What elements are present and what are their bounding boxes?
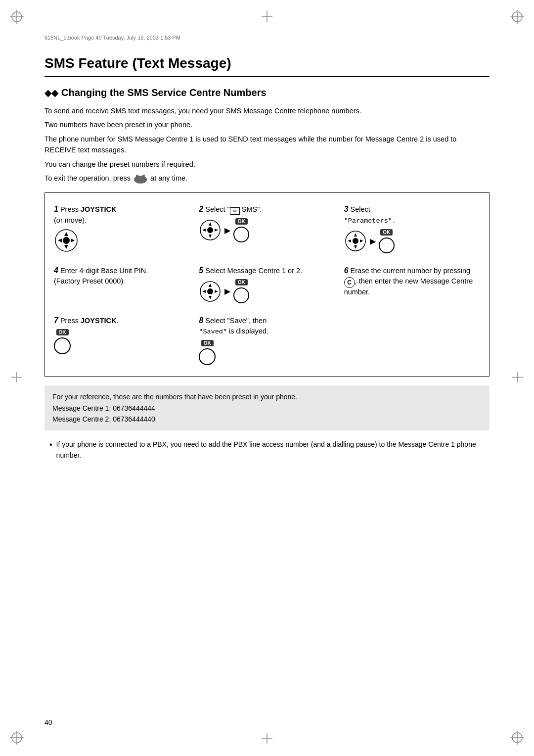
svg-point-28: [63, 237, 70, 244]
svg-marker-30: [209, 222, 212, 226]
sms-icon: ✉: [230, 207, 240, 215]
header-filename: 515NL_e.book Page 40 Tuesday, July 15, 2…: [44, 35, 490, 41]
step-5-header: 5 Select Message Centre 1 or 2.: [199, 265, 335, 276]
reg-mark-mt: [262, 11, 272, 22]
reg-mark-bl: [9, 730, 25, 746]
joystick-small-icon-2: [199, 219, 222, 241]
step-1: 1 Press JOYSTICK(or move).: [52, 202, 192, 255]
steps-box: 1 Press JOYSTICK(or move).: [44, 192, 490, 377]
page-number: 40: [44, 718, 52, 726]
bullet-item: • If your phone is connected to a PBX, y…: [44, 439, 490, 461]
step-4-header: 4 Enter 4-digit Base Unit PIN.(Factory P…: [54, 265, 190, 286]
svg-marker-44: [202, 290, 206, 293]
step-2: 2 Select "✉ SMS". ▶ OK: [197, 202, 337, 255]
step-2-icon: ▶ OK: [199, 218, 335, 242]
svg-marker-43: [209, 296, 212, 299]
step-2-header: 2 Select "✉ SMS".: [199, 204, 335, 215]
svg-marker-31: [209, 235, 212, 238]
step-7-icon: OK: [54, 329, 190, 354]
reference-intro: For your reference, these are the number…: [52, 391, 482, 402]
diamonds-icon: ◆◆: [44, 88, 58, 98]
svg-marker-33: [215, 229, 218, 232]
section-heading: ◆◆ Changing the SMS Service Centre Numbe…: [44, 87, 490, 98]
svg-marker-24: [64, 232, 68, 236]
svg-point-46: [207, 288, 213, 294]
step-1-icon: [54, 228, 190, 253]
ok-circle-3: OK: [379, 229, 395, 253]
step-6: 6 Erase the current number by pressing C…: [342, 263, 482, 305]
c-erase-icon: C: [344, 277, 355, 288]
svg-point-34: [207, 227, 213, 233]
step-6-header: 6 Erase the current number by pressing C…: [344, 265, 480, 297]
ok-circle-5: OK: [233, 279, 249, 303]
ok-circle-2: OK: [233, 218, 249, 242]
body-para-3: The phone number for SMS Message Centre …: [44, 134, 490, 156]
reg-mark-ml: [11, 372, 22, 383]
svg-marker-32: [202, 229, 206, 232]
step-7: 7 Press JOYSTICK. OK: [52, 313, 192, 367]
svg-marker-25: [64, 245, 68, 249]
step-1-header: 1 Press JOYSTICK(or move).: [54, 204, 190, 225]
svg-marker-26: [58, 238, 62, 242]
reference-line1: Message Centre 1: 06736444444: [52, 403, 482, 414]
step-3: 3 Select"Parameters". ▶ OK: [342, 202, 482, 255]
svg-marker-36: [354, 233, 357, 236]
step-5-icon: ▶ OK: [199, 279, 335, 303]
step-3-header: 3 Select"Parameters".: [344, 204, 480, 226]
step-3-icon: ▶ OK: [344, 229, 480, 253]
reg-mark-mr: [512, 372, 523, 383]
step-8-header: 8 Select "Save", then"Saved" is displaye…: [199, 315, 335, 337]
body-para-1: To send and receive SMS text messages, y…: [44, 105, 490, 116]
reg-mark-br: [509, 730, 525, 746]
reference-line2: Message Centre 2: 06736444440: [52, 414, 482, 425]
step-5: 5 Select Message Centre 1 or 2. ▶ OK: [197, 263, 337, 305]
svg-marker-37: [354, 245, 357, 249]
body-para-4: You can change the preset numbers if req…: [44, 159, 490, 170]
svg-marker-38: [348, 239, 351, 242]
exit-line: To exit the operation, press at any time…: [44, 173, 490, 184]
ok-circle-8: OK: [199, 340, 216, 365]
svg-marker-39: [360, 239, 363, 242]
body-para-2: Two numbers have been preset in your pho…: [44, 119, 490, 130]
step-7-header: 7 Press JOYSTICK.: [54, 315, 190, 326]
joystick-small-icon-3: [344, 230, 367, 252]
bullet-dot: •: [49, 439, 52, 461]
reference-box: For your reference, these are the number…: [44, 385, 490, 430]
step-4: 4 Enter 4-digit Base Unit PIN.(Factory P…: [52, 263, 192, 305]
bullet-text: If your phone is connected to a PBX, you…: [56, 439, 490, 461]
joystick-icon: [54, 228, 79, 253]
page-title: SMS Feature (Text Message): [44, 55, 490, 77]
reg-mark-tl: [9, 9, 25, 25]
ok-circle-7: OK: [54, 329, 71, 354]
svg-marker-27: [71, 238, 75, 242]
end-call-icon: [133, 173, 148, 184]
joystick-small-icon-5: [199, 280, 222, 303]
svg-point-40: [353, 238, 358, 244]
svg-marker-45: [215, 290, 218, 293]
step-8-icon: OK: [199, 340, 335, 365]
svg-marker-42: [209, 284, 212, 287]
step-8: 8 Select "Save", then"Saved" is displaye…: [197, 313, 337, 367]
reg-mark-tr: [509, 9, 525, 25]
steps-grid: 1 Press JOYSTICK(or move).: [52, 202, 482, 367]
reg-mark-mb: [262, 733, 272, 744]
